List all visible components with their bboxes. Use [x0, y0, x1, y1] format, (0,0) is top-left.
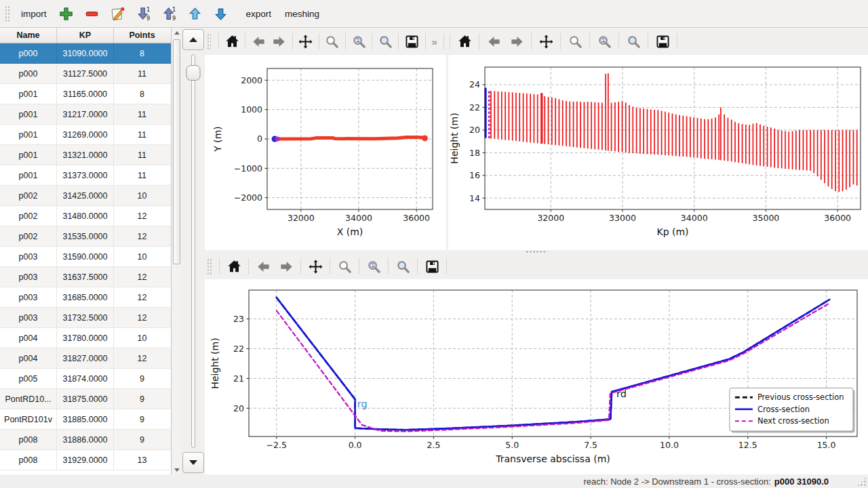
table-row[interactable]: p00331637.500012 [0, 267, 171, 287]
table-row[interactable]: p00131321.000011 [0, 145, 171, 165]
table-row[interactable]: p00331590.000010 [0, 247, 171, 267]
toolbar-drag-handle[interactable] [207, 258, 212, 274]
table-row[interactable]: PontRD101v31885.00009 [0, 409, 171, 430]
svg-text:9: 9 [172, 15, 176, 22]
resize-grip[interactable] [856, 476, 867, 487]
cell-kp: 31827.0000 [57, 348, 114, 369]
zoom-original-button[interactable]: 1 [594, 31, 614, 52]
zoom-selection-button[interactable] [623, 31, 644, 52]
toolbar-overflow-button[interactable]: » [429, 36, 441, 47]
trace-plot-canvas[interactable]: 320003400036000−2000−1000010002000X (m)Y… [205, 55, 446, 250]
cell-kp: 31217.0000 [57, 104, 114, 125]
sort-descending-button[interactable]: 19 [134, 3, 154, 24]
export-button[interactable]: export [239, 5, 279, 23]
table-row[interactable]: p00031127.500011 [0, 64, 171, 84]
column-header-kp[interactable]: KP [57, 28, 114, 43]
slider-down-button[interactable] [182, 452, 204, 473]
cell-kp: 31480.0000 [57, 206, 114, 226]
section-plot-canvas[interactable]: −2.50.02.55.07.510.012.515.020212223Tran… [205, 279, 867, 475]
svg-text:1: 1 [371, 262, 374, 268]
cell-kp: 31165.0000 [57, 84, 114, 104]
forward-button[interactable] [507, 31, 527, 52]
zoom-button[interactable] [334, 256, 355, 277]
table-row[interactable]: p00431827.000012 [0, 348, 171, 369]
zoom-original-button[interactable]: 1 [363, 256, 384, 277]
table-row[interactable]: p00131269.000011 [0, 125, 171, 145]
column-header-points[interactable]: Points [114, 28, 170, 43]
top-plot-toolbars: 1» 1 [205, 28, 868, 55]
table-row[interactable]: p00031090.00008 [0, 43, 171, 64]
table-row[interactable]: p00431780.000010 [0, 328, 171, 348]
pan-button[interactable] [297, 31, 315, 52]
save-figure-button[interactable] [403, 31, 420, 52]
back-icon [251, 34, 267, 49]
zoom-original-button[interactable]: 1 [350, 31, 368, 52]
forward-icon [279, 259, 294, 274]
move-down-button[interactable] [211, 3, 231, 24]
table-row[interactable]: p00131165.00008 [0, 84, 171, 104]
scroll-down-icon[interactable] [172, 465, 182, 474]
save-figure-button[interactable] [422, 256, 442, 277]
cell-points: 10 [114, 328, 170, 348]
slider-up-button[interactable] [182, 29, 204, 50]
back-button[interactable] [250, 31, 267, 52]
toolbar-separator [398, 33, 399, 49]
column-header-name[interactable]: Name [0, 28, 57, 43]
svg-text:22: 22 [469, 102, 480, 113]
table-row[interactable]: p00531874.00009 [0, 369, 171, 389]
cell-points: 13 [114, 450, 170, 470]
pan-button[interactable] [536, 31, 556, 52]
profile-plot-canvas[interactable]: 3200033000340003500036000141618202224Kp … [448, 55, 868, 250]
table-row[interactable]: p00131373.000011 [0, 165, 171, 186]
svg-text:−2.5: −2.5 [267, 440, 287, 450]
legend-label: Cross-section [757, 405, 810, 414]
table-row[interactable]: p00831929.000013 [0, 450, 171, 470]
table-row[interactable]: p00331685.000012 [0, 287, 171, 308]
y-axis-label: Height (m) [449, 113, 460, 163]
save-figure-button[interactable] [652, 31, 673, 52]
home-button[interactable] [223, 31, 241, 52]
edit-cross-section-button[interactable] [108, 3, 128, 24]
table-row[interactable]: p00331732.500012 [0, 308, 171, 328]
save-icon [655, 34, 671, 49]
cell-name: p002 [0, 186, 57, 206]
move-up-button[interactable] [185, 3, 205, 24]
cell-kp: 31685.0000 [57, 287, 114, 308]
scroll-up-icon[interactable] [172, 28, 182, 37]
table-scrollbar[interactable] [172, 28, 182, 474]
back-button[interactable] [253, 256, 273, 277]
forward-button[interactable] [276, 256, 296, 277]
zoom-selection-button[interactable] [376, 31, 394, 52]
forward-button[interactable] [270, 31, 288, 52]
table-row[interactable]: p00231535.000012 [0, 226, 171, 247]
pan-button[interactable] [305, 256, 326, 277]
add-cross-section-button[interactable] [56, 3, 77, 24]
status-text: reach: Node 2 -> Downstream 1 - cross-se… [583, 476, 770, 487]
cell-points: 11 [114, 125, 170, 145]
horizontal-splitter[interactable] [205, 250, 868, 253]
zoom-button[interactable] [565, 31, 585, 52]
home-button[interactable] [454, 31, 475, 52]
section-plot-panel: −2.50.02.55.07.510.012.515.020212223Tran… [205, 279, 868, 474]
table-row[interactable]: p00831886.00009 [0, 430, 171, 450]
table-row[interactable]: p00231425.000010 [0, 186, 171, 206]
toolbar-drag-handle[interactable] [207, 33, 211, 49]
back-button[interactable] [484, 31, 504, 52]
slider-track[interactable] [191, 54, 195, 448]
import-button[interactable]: import [14, 5, 54, 23]
scrollbar-thumb[interactable] [173, 39, 180, 264]
sort-ascending-button[interactable]: 19 [159, 3, 180, 24]
toolbar-separator [372, 33, 372, 49]
home-button[interactable] [224, 256, 244, 277]
zoom-button[interactable] [323, 31, 341, 52]
table-row[interactable]: p00231480.000012 [0, 206, 171, 226]
zoom-selection-button[interactable] [393, 256, 413, 277]
table-row[interactable]: p00131217.000011 [0, 104, 171, 125]
zoom-fit-icon [626, 34, 642, 49]
slider-thumb[interactable] [186, 65, 201, 81]
remove-cross-section-button[interactable] [82, 3, 102, 24]
cell-name: p004 [0, 328, 57, 348]
meshing-button[interactable]: meshing [278, 5, 326, 23]
toolbar-drag-handle[interactable] [5, 5, 9, 22]
table-row[interactable]: PontRD10...31875.00009 [0, 389, 171, 409]
